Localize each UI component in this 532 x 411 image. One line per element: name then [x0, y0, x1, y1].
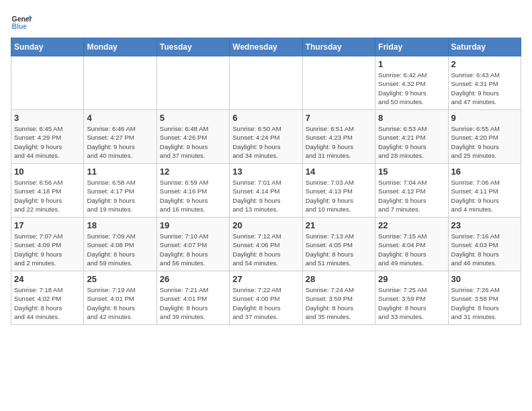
day-number: 26 [160, 274, 226, 284]
day-number: 17 [14, 220, 81, 230]
day-number: 24 [14, 274, 81, 284]
calendar-cell: 3Sunrise: 6:45 AM Sunset: 4:29 PM Daylig… [11, 110, 84, 164]
day-info: Sunrise: 7:26 AM Sunset: 3:58 PM Dayligh… [451, 285, 518, 321]
calendar-cell: 6Sunrise: 6:50 AM Sunset: 4:24 PM Daylig… [230, 110, 302, 164]
day-number: 28 [306, 274, 372, 284]
calendar-cell: 19Sunrise: 7:10 AM Sunset: 4:07 PM Dayli… [157, 218, 229, 271]
day-number: 5 [160, 113, 226, 123]
calendar-table: SundayMondayTuesdayWednesdayThursdayFrid… [11, 38, 521, 325]
day-info: Sunrise: 7:25 AM Sunset: 3:59 PM Dayligh… [378, 285, 445, 321]
day-number: 12 [160, 167, 226, 177]
day-number: 25 [87, 274, 153, 284]
day-info: Sunrise: 6:58 AM Sunset: 4:17 PM Dayligh… [87, 178, 153, 214]
day-info: Sunrise: 6:48 AM Sunset: 4:26 PM Dayligh… [160, 124, 226, 160]
day-number: 6 [232, 113, 299, 123]
day-info: Sunrise: 6:55 AM Sunset: 4:20 PM Dayligh… [451, 124, 518, 160]
calendar-week-row: 17Sunrise: 7:07 AM Sunset: 4:09 PM Dayli… [11, 218, 521, 271]
day-number: 16 [451, 167, 518, 177]
day-number: 14 [306, 167, 372, 177]
calendar-cell: 26Sunrise: 7:21 AM Sunset: 4:01 PM Dayli… [157, 271, 229, 325]
day-number: 30 [451, 274, 518, 284]
day-info: Sunrise: 6:59 AM Sunset: 4:16 PM Dayligh… [160, 178, 226, 214]
calendar-cell: 1Sunrise: 6:42 AM Sunset: 4:32 PM Daylig… [375, 56, 448, 110]
calendar-week-row: 3Sunrise: 6:45 AM Sunset: 4:29 PM Daylig… [11, 110, 521, 164]
day-info: Sunrise: 7:07 AM Sunset: 4:09 PM Dayligh… [14, 232, 81, 267]
day-info: Sunrise: 6:56 AM Sunset: 4:18 PM Dayligh… [14, 178, 81, 214]
day-number: 22 [378, 220, 445, 230]
day-info: Sunrise: 7:04 AM Sunset: 4:12 PM Dayligh… [378, 178, 445, 214]
calendar-cell [157, 56, 229, 110]
calendar-cell: 15Sunrise: 7:04 AM Sunset: 4:12 PM Dayli… [375, 164, 448, 218]
day-info: Sunrise: 7:16 AM Sunset: 4:03 PM Dayligh… [451, 232, 518, 267]
day-number: 1 [378, 59, 445, 69]
day-number: 9 [451, 113, 518, 123]
day-number: 21 [306, 220, 372, 230]
calendar-cell: 12Sunrise: 6:59 AM Sunset: 4:16 PM Dayli… [157, 164, 229, 218]
day-info: Sunrise: 7:21 AM Sunset: 4:01 PM Dayligh… [160, 285, 226, 321]
calendar-cell: 8Sunrise: 6:53 AM Sunset: 4:21 PM Daylig… [375, 110, 448, 164]
calendar-cell: 16Sunrise: 7:06 AM Sunset: 4:11 PM Dayli… [448, 164, 521, 218]
day-info: Sunrise: 7:24 AM Sunset: 3:59 PM Dayligh… [306, 285, 372, 321]
day-number: 7 [306, 113, 372, 123]
day-info: Sunrise: 6:46 AM Sunset: 4:27 PM Dayligh… [87, 124, 153, 160]
calendar-cell: 21Sunrise: 7:13 AM Sunset: 4:05 PM Dayli… [302, 218, 375, 271]
calendar-week-row: 24Sunrise: 7:18 AM Sunset: 4:02 PM Dayli… [11, 271, 521, 325]
day-number: 18 [87, 220, 153, 230]
day-info: Sunrise: 7:12 AM Sunset: 4:06 PM Dayligh… [232, 232, 299, 267]
dow-header: Thursday [302, 38, 375, 56]
calendar-cell [11, 56, 84, 110]
days-of-week-row: SundayMondayTuesdayWednesdayThursdayFrid… [11, 38, 521, 56]
day-info: Sunrise: 7:03 AM Sunset: 4:13 PM Dayligh… [306, 178, 372, 214]
day-number: 15 [378, 167, 445, 177]
day-info: Sunrise: 6:45 AM Sunset: 4:29 PM Dayligh… [14, 124, 81, 160]
day-info: Sunrise: 7:18 AM Sunset: 4:02 PM Dayligh… [14, 285, 81, 321]
calendar-cell: 18Sunrise: 7:09 AM Sunset: 4:08 PM Dayli… [84, 218, 157, 271]
day-number: 11 [87, 167, 153, 177]
calendar-cell: 7Sunrise: 6:51 AM Sunset: 4:23 PM Daylig… [302, 110, 375, 164]
day-info: Sunrise: 6:53 AM Sunset: 4:21 PM Dayligh… [378, 124, 445, 160]
calendar-cell [84, 56, 157, 110]
calendar-week-row: 10Sunrise: 6:56 AM Sunset: 4:18 PM Dayli… [11, 164, 521, 218]
day-info: Sunrise: 7:10 AM Sunset: 4:07 PM Dayligh… [160, 232, 226, 267]
day-info: Sunrise: 6:43 AM Sunset: 4:31 PM Dayligh… [451, 71, 518, 106]
calendar-cell: 20Sunrise: 7:12 AM Sunset: 4:06 PM Dayli… [230, 218, 302, 271]
page-header: General Blue [11, 11, 521, 32]
svg-text:Blue: Blue [12, 23, 28, 30]
calendar-cell: 14Sunrise: 7:03 AM Sunset: 4:13 PM Dayli… [302, 164, 375, 218]
calendar-cell: 22Sunrise: 7:15 AM Sunset: 4:04 PM Dayli… [375, 218, 448, 271]
day-number: 23 [451, 220, 518, 230]
calendar-cell: 29Sunrise: 7:25 AM Sunset: 3:59 PM Dayli… [375, 271, 448, 325]
day-number: 27 [232, 274, 299, 284]
calendar-cell: 2Sunrise: 6:43 AM Sunset: 4:31 PM Daylig… [448, 56, 521, 110]
calendar-body: 1Sunrise: 6:42 AM Sunset: 4:32 PM Daylig… [11, 56, 521, 325]
logo-icon: General Blue [11, 11, 32, 32]
calendar-cell: 5Sunrise: 6:48 AM Sunset: 4:26 PM Daylig… [157, 110, 229, 164]
day-info: Sunrise: 7:22 AM Sunset: 4:00 PM Dayligh… [232, 285, 299, 321]
calendar-cell: 25Sunrise: 7:19 AM Sunset: 4:01 PM Dayli… [84, 271, 157, 325]
calendar-cell: 27Sunrise: 7:22 AM Sunset: 4:00 PM Dayli… [230, 271, 302, 325]
dow-header: Saturday [448, 38, 521, 56]
day-number: 29 [378, 274, 445, 284]
calendar-cell: 13Sunrise: 7:01 AM Sunset: 4:14 PM Dayli… [230, 164, 302, 218]
calendar-cell: 10Sunrise: 6:56 AM Sunset: 4:18 PM Dayli… [11, 164, 84, 218]
day-info: Sunrise: 7:06 AM Sunset: 4:11 PM Dayligh… [451, 178, 518, 214]
calendar-cell [302, 56, 375, 110]
day-info: Sunrise: 7:19 AM Sunset: 4:01 PM Dayligh… [87, 285, 153, 321]
calendar-cell: 17Sunrise: 7:07 AM Sunset: 4:09 PM Dayli… [11, 218, 84, 271]
dow-header: Friday [375, 38, 448, 56]
calendar-cell: 24Sunrise: 7:18 AM Sunset: 4:02 PM Dayli… [11, 271, 84, 325]
dow-header: Monday [84, 38, 157, 56]
calendar-cell: 9Sunrise: 6:55 AM Sunset: 4:20 PM Daylig… [448, 110, 521, 164]
day-info: Sunrise: 7:09 AM Sunset: 4:08 PM Dayligh… [87, 232, 153, 267]
day-info: Sunrise: 6:50 AM Sunset: 4:24 PM Dayligh… [232, 124, 299, 160]
day-number: 20 [232, 220, 299, 230]
calendar-cell: 4Sunrise: 6:46 AM Sunset: 4:27 PM Daylig… [84, 110, 157, 164]
calendar-cell [230, 56, 302, 110]
day-info: Sunrise: 7:15 AM Sunset: 4:04 PM Dayligh… [378, 232, 445, 267]
calendar-cell: 23Sunrise: 7:16 AM Sunset: 4:03 PM Dayli… [448, 218, 521, 271]
day-number: 3 [14, 113, 81, 123]
day-info: Sunrise: 7:01 AM Sunset: 4:14 PM Dayligh… [232, 178, 299, 214]
calendar-week-row: 1Sunrise: 6:42 AM Sunset: 4:32 PM Daylig… [11, 56, 521, 110]
day-info: Sunrise: 7:13 AM Sunset: 4:05 PM Dayligh… [306, 232, 372, 267]
dow-header: Tuesday [157, 38, 229, 56]
